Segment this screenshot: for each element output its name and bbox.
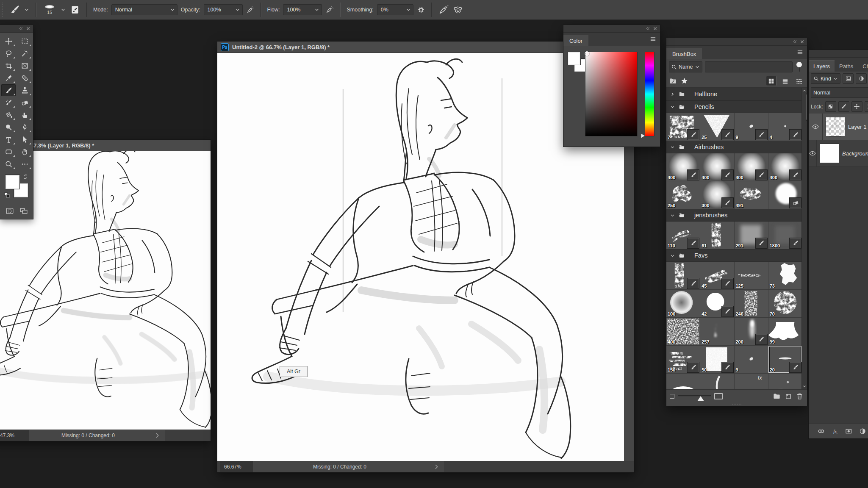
brush-400[interactable]: 400 bbox=[735, 153, 768, 181]
brush-491[interactable]: 491 bbox=[735, 181, 768, 209]
brush-section-jensbrushes[interactable]: jensbrushes bbox=[666, 209, 802, 222]
tool-clone-stamp[interactable] bbox=[17, 84, 32, 96]
collapse-panel-icon[interactable] bbox=[646, 26, 650, 31]
foreground-color-swatch[interactable] bbox=[568, 52, 580, 65]
lock-transparency-button[interactable] bbox=[825, 101, 836, 112]
brush-125[interactable]: 125 bbox=[735, 262, 768, 289]
thumbnail-size-slider[interactable] bbox=[678, 395, 711, 397]
tool-healing-brush[interactable] bbox=[17, 72, 32, 84]
brush-section-favs[interactable]: Favs bbox=[666, 249, 802, 262]
brush-settings-toggle-icon[interactable] bbox=[69, 4, 80, 15]
close-panel-icon[interactable] bbox=[26, 26, 31, 31]
lock-artboard-button[interactable] bbox=[865, 101, 868, 112]
brush-1800[interactable]: 1800 bbox=[768, 222, 802, 249]
status-chevron-icon[interactable] bbox=[433, 463, 440, 470]
saturation-brightness-field[interactable] bbox=[585, 52, 637, 136]
brush-42[interactable]: 42 bbox=[700, 290, 734, 317]
hue-slider-handle[interactable] bbox=[640, 133, 646, 139]
close-panel-icon[interactable] bbox=[800, 39, 804, 44]
brush-curve[interactable] bbox=[700, 374, 734, 389]
layer-row-layer-1[interactable]: Layer 1 bbox=[809, 114, 868, 140]
default-colors-icon[interactable] bbox=[4, 192, 10, 198]
tool-dodge[interactable] bbox=[1, 121, 16, 133]
scrollbar[interactable] bbox=[801, 88, 807, 389]
slider-handle[interactable] bbox=[697, 396, 704, 401]
brush-section-pencils[interactable]: Pencils bbox=[666, 100, 802, 113]
tool-eyedropper[interactable] bbox=[1, 72, 16, 84]
layer-row-background[interactable]: Background bbox=[809, 140, 868, 167]
tab-chan[interactable]: Chan bbox=[858, 61, 868, 72]
chevron-down-icon[interactable] bbox=[670, 104, 675, 110]
quick-mask-icon[interactable] bbox=[5, 206, 15, 216]
layer-thumbnail[interactable] bbox=[820, 144, 839, 163]
tool-preset-chevron-icon[interactable] bbox=[24, 7, 30, 13]
tool-zoom[interactable] bbox=[1, 158, 16, 170]
filter-adjustment-button[interactable] bbox=[856, 73, 867, 84]
doc-left-zoom-field[interactable]: 47.3% bbox=[0, 430, 29, 441]
chevron-down-icon[interactable] bbox=[670, 253, 675, 258]
thumbnail-size-small-icon[interactable] bbox=[670, 394, 674, 399]
tool-pen[interactable] bbox=[17, 121, 32, 133]
doc-main-zoom-field[interactable]: 66.67% bbox=[220, 461, 253, 472]
brush-73[interactable]: 73 bbox=[768, 262, 802, 289]
brush-250[interactable]: 250 bbox=[666, 181, 700, 209]
brush-400[interactable]: 400 bbox=[666, 318, 700, 345]
smoothing-select[interactable]: 0% bbox=[377, 4, 413, 15]
mode-select[interactable]: Normal bbox=[111, 4, 177, 15]
layer-thumbnail[interactable] bbox=[826, 117, 845, 136]
opacity-select[interactable]: 100% bbox=[204, 4, 243, 15]
adjustment-layer-icon[interactable] bbox=[859, 427, 867, 435]
brush-folder-icon[interactable] bbox=[669, 77, 677, 85]
layer-visibility-toggle[interactable] bbox=[809, 114, 823, 140]
tool-frame[interactable] bbox=[17, 60, 32, 72]
tool-crop[interactable] bbox=[1, 60, 16, 72]
panel-menu-icon[interactable] bbox=[649, 36, 657, 42]
brush-300[interactable]: 300 bbox=[700, 181, 734, 209]
options-bar-grip[interactable] bbox=[2, 3, 5, 17]
foreground-color-swatch[interactable] bbox=[6, 175, 19, 189]
tool-preset-icon[interactable] bbox=[9, 4, 20, 15]
brush-25[interactable]: 25 bbox=[700, 113, 734, 141]
add-mask-icon[interactable] bbox=[845, 427, 853, 435]
brush-200[interactable]: 200 bbox=[735, 318, 768, 345]
brush-4[interactable]: 4 bbox=[768, 113, 802, 141]
swap-colors-icon[interactable] bbox=[22, 173, 29, 180]
status-chevron-icon[interactable] bbox=[154, 432, 161, 439]
panel-menu-icon[interactable] bbox=[796, 49, 804, 55]
brush-150[interactable]: 150 bbox=[666, 346, 700, 373]
tool-more-tools[interactable] bbox=[17, 158, 32, 170]
tab-layers[interactable]: Layers bbox=[809, 60, 835, 72]
tool-lasso[interactable] bbox=[1, 47, 16, 59]
collapse-panel-icon[interactable] bbox=[793, 39, 797, 44]
tool-path-select[interactable] bbox=[17, 133, 32, 145]
filter-pixel-layers-button[interactable] bbox=[843, 73, 854, 84]
thumbnail-size-large-icon[interactable] bbox=[714, 393, 723, 399]
brush-100[interactable]: 100 bbox=[666, 290, 700, 317]
brush-70[interactable]: 70 bbox=[768, 290, 802, 317]
list-view-button[interactable] bbox=[780, 76, 790, 86]
lock-position-button[interactable] bbox=[851, 101, 862, 112]
brush-vtex2[interactable] bbox=[666, 262, 700, 289]
brush-400[interactable]: 400 bbox=[768, 153, 802, 181]
brush-61[interactable]: 61 bbox=[700, 222, 734, 249]
new-folder-icon[interactable] bbox=[773, 392, 781, 400]
scrollbar-thumb[interactable] bbox=[806, 94, 807, 121]
delete-icon[interactable] bbox=[796, 392, 804, 400]
stroke-view-button[interactable] bbox=[794, 76, 804, 86]
tool-paint-bucket[interactable] bbox=[1, 109, 16, 121]
tool-marquee[interactable] bbox=[17, 35, 32, 47]
tool-hand[interactable] bbox=[17, 146, 32, 158]
brush-9[interactable]: 9 bbox=[735, 346, 768, 373]
pressure-size-icon[interactable] bbox=[438, 4, 449, 15]
brush-picker-chevron-icon[interactable] bbox=[60, 7, 66, 13]
doc-left-status[interactable]: Missing: 0 / Changed: 0 bbox=[29, 430, 165, 441]
brush-tip-preview[interactable]: 15 bbox=[42, 5, 57, 15]
panel-resize-handle[interactable] bbox=[666, 402, 807, 406]
pressure-opacity-icon[interactable] bbox=[246, 6, 255, 14]
brush-20[interactable]: 20 bbox=[768, 346, 802, 373]
brush-disc[interactable] bbox=[768, 181, 802, 209]
doc-main-status[interactable]: Missing: 0 / Changed: 0 bbox=[253, 461, 444, 472]
tool-brush[interactable] bbox=[1, 84, 16, 96]
brush-246[interactable]: 246 bbox=[735, 290, 768, 317]
new-brush-icon[interactable] bbox=[784, 392, 792, 400]
